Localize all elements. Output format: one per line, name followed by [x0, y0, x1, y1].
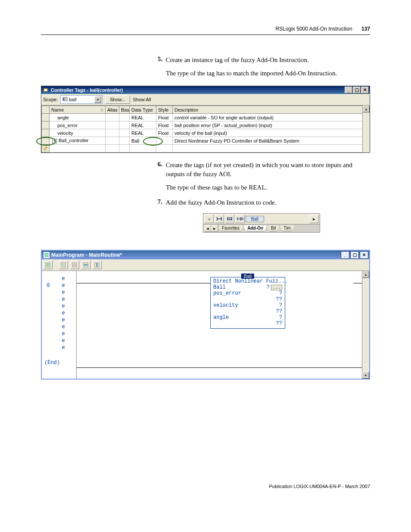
controller-tags-titlebar[interactable]: Controller Tags - ball(controller) _ ▢ ✕	[41, 86, 370, 94]
aoi-param-value[interactable]: ?	[274, 314, 282, 320]
tag-desc: control variable - SO for angle actuator…	[173, 114, 363, 121]
table-row[interactable]: velocity REAL Float velocity of the ball…	[42, 129, 363, 137]
table-row-empty[interactable]	[42, 145, 363, 152]
tag-style: Float	[156, 114, 173, 121]
scope-select[interactable]: ball ▾	[60, 95, 103, 104]
toolbar-icon[interactable]	[92, 261, 102, 269]
mainroutine-toolbar	[42, 259, 369, 271]
ball-instruction-chip[interactable]: Ball	[246, 216, 264, 222]
scroll-right-icon[interactable]: ▸	[211, 225, 218, 232]
vertical-scrollbar[interactable]: ▴ ▾	[362, 271, 369, 379]
table-row[interactable]: angle REAL Float control variable - SO f…	[42, 114, 363, 121]
row-gutter[interactable]	[42, 129, 50, 137]
scroll-left-icon[interactable]: ◂	[204, 215, 214, 223]
row-gutter[interactable]	[42, 121, 50, 129]
aoi-param-value[interactable]: ?	[274, 290, 282, 296]
table-row[interactable]: pos_error REAL Float ball position error…	[42, 121, 363, 129]
step-7-number: 7.	[153, 198, 162, 205]
col-name[interactable]: Name△	[50, 106, 106, 114]
end-rail	[77, 367, 362, 368]
aoi-param-label: angle	[213, 314, 229, 320]
tag-style: Float	[156, 121, 173, 129]
rung-marker: e	[55, 331, 72, 337]
tag-name[interactable]: velocity	[50, 129, 106, 137]
scroll-up-button[interactable]: ▴	[363, 106, 370, 112]
tag-name[interactable]: angle	[50, 114, 106, 121]
rung-number: 0	[42, 283, 55, 289]
row-gutter[interactable]	[42, 114, 50, 121]
toolbar-icon[interactable]	[59, 261, 68, 269]
toolbar-icon[interactable]	[81, 261, 90, 269]
tab-addon[interactable]: Add-On	[243, 225, 267, 231]
controller-tags-title: Controller Tags - ball(controller)	[51, 87, 344, 93]
aoi-block[interactable]: Ball Direct Nonlinear Fuzz... Ball ?... …	[210, 277, 285, 329]
scroll-up-button[interactable]: ▴	[362, 271, 369, 278]
tag-name[interactable]: +Ball_controller	[50, 137, 106, 145]
tag-dtype: Ball	[130, 137, 156, 145]
aoi-block-title: Ball	[241, 274, 254, 279]
tag-dtype: REAL	[130, 121, 156, 129]
tag-desc: velocity of the ball (input)	[173, 129, 363, 137]
tag-name[interactable]: pos_error	[50, 121, 106, 129]
ladder-editor[interactable]: e 0e e e e e e e e e e (End) Ball Direct	[42, 271, 369, 379]
rung-marker: e	[55, 338, 72, 344]
col-data-type[interactable]: Data Type	[130, 106, 156, 114]
tab-bit[interactable]: Bit	[267, 225, 280, 231]
ladder-canvas[interactable]: Ball Direct Nonlinear Fuzz... Ball ?... …	[77, 271, 362, 379]
col-description[interactable]: Description	[173, 106, 363, 114]
tag-desc: ball position error (SP - actual_positio…	[173, 121, 363, 129]
row-gutter[interactable]	[42, 137, 50, 145]
close-button[interactable]: ✕	[361, 87, 369, 93]
step-5-text: Create an instance tag of the fuzzy Add-…	[166, 56, 367, 65]
step-5-number: 5.	[153, 56, 162, 63]
branch-icon[interactable]	[225, 215, 234, 223]
show-button[interactable]: Show...	[105, 95, 130, 104]
branch-level-icon[interactable]	[235, 215, 245, 223]
mainroutine-window: MainProgram - MainRoutine* _ ▢ ✕ e 0e e …	[41, 250, 370, 380]
chevron-down-icon[interactable]: ▾	[94, 96, 101, 103]
col-style[interactable]: Style	[156, 106, 173, 114]
col-alias[interactable]: Alias	[106, 106, 119, 114]
aoi-param-label: velocity	[213, 302, 238, 308]
tags-grid[interactable]: Name△ Alias Bas Data Type Style Descript…	[41, 105, 370, 152]
maximize-button[interactable]: ▢	[353, 87, 361, 93]
tag-style: Float	[156, 129, 173, 137]
tab-time[interactable]: Tim	[280, 225, 294, 231]
scroll-left-icon[interactable]: ◂	[204, 225, 211, 232]
pencil-icon[interactable]	[42, 145, 50, 152]
close-button[interactable]: ✕	[360, 251, 368, 259]
tags-icon	[43, 87, 49, 93]
tab-favorites[interactable]: Favorites	[218, 225, 243, 231]
scroll-right-icon[interactable]: ▸	[309, 215, 319, 223]
table-row[interactable]: +Ball_controller Ball Direct Nonlinear F…	[42, 137, 363, 145]
show-all-label: Show All	[133, 97, 151, 102]
rung-rail	[353, 283, 362, 283]
vertical-scrollbar[interactable]: ▴	[362, 106, 370, 152]
step-5: 5. Create an instance tag of the fuzzy A…	[153, 56, 368, 78]
tag-dtype: REAL	[130, 114, 156, 121]
ellipsis-button[interactable]: ...	[271, 285, 282, 290]
maximize-button[interactable]: ▢	[350, 251, 359, 259]
rung-icon[interactable]	[215, 215, 224, 223]
routine-icon	[44, 252, 50, 258]
minimize-button[interactable]: _	[341, 251, 349, 259]
mainroutine-titlebar[interactable]: MainProgram - MainRoutine* _ ▢ ✕	[42, 251, 369, 259]
toolbar-icon[interactable]	[43, 261, 53, 269]
controller-tags-window: Controller Tags - ball(controller) _ ▢ ✕…	[41, 86, 370, 153]
step-7: 7. Add the fuzzy Add-On Instruction to c…	[153, 198, 368, 207]
aoi-param-value: ??	[274, 296, 282, 302]
rung-marker: e	[55, 289, 72, 296]
col-base[interactable]: Bas	[119, 106, 130, 114]
rung-marker: e	[55, 296, 72, 302]
header-page-number: 137	[361, 26, 370, 32]
svg-rect-2	[63, 98, 64, 100]
scroll-down-button[interactable]: ▾	[362, 372, 369, 379]
rung-rail	[77, 283, 210, 283]
expand-icon[interactable]: +	[52, 139, 57, 143]
aoi-param-value[interactable]: ?	[267, 284, 270, 290]
aoi-param-value: ??	[274, 320, 282, 327]
rung-marker: e	[55, 317, 72, 323]
minimize-button[interactable]: _	[345, 87, 352, 93]
toolbar-icon[interactable]	[70, 261, 79, 269]
aoi-param-value[interactable]: ?	[274, 302, 282, 308]
